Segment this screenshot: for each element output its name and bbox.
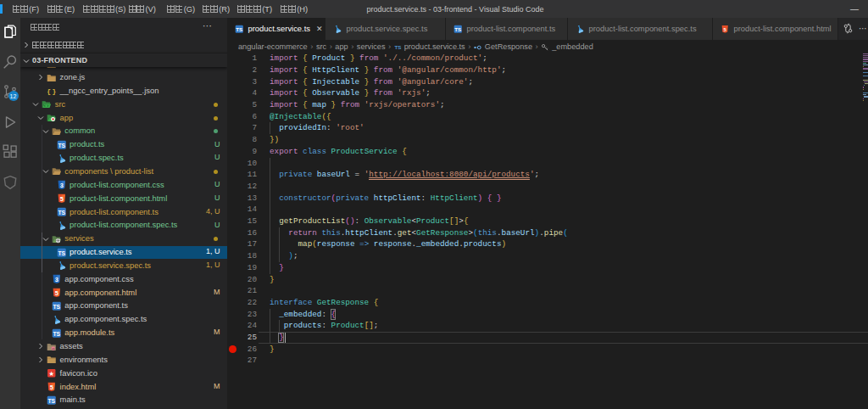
svg-text:TS: TS (58, 210, 65, 216)
svg-text:TS: TS (236, 26, 242, 32)
svg-text:TS: TS (58, 249, 65, 255)
svg-text:★: ★ (48, 370, 54, 378)
svg-text:TS: TS (454, 26, 461, 32)
svg-text:TS: TS (394, 45, 401, 51)
svg-text:TS: TS (53, 304, 60, 310)
svg-text:TS: TS (58, 142, 65, 148)
svg-text:TS: TS (47, 398, 55, 404)
svg-text:5: 5 (55, 290, 58, 297)
svg-text:TS: TS (53, 330, 60, 336)
svg-text:5: 5 (50, 384, 53, 391)
svg-text:5: 5 (59, 196, 63, 203)
svg-text:3: 3 (55, 277, 58, 283)
svg-text:{ }: { } (47, 87, 56, 95)
svg-text:3: 3 (59, 182, 63, 189)
